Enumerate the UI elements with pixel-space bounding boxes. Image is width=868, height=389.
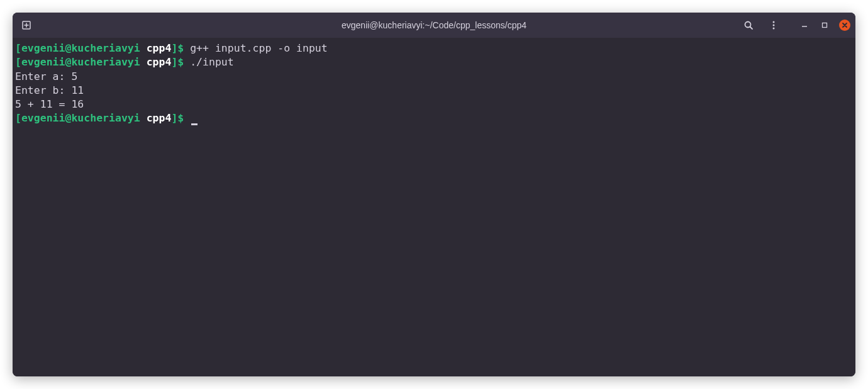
prompt-symbol: $	[177, 112, 190, 124]
output-line: Enter a: 5	[15, 70, 853, 84]
output-line: Enter b: 11	[15, 84, 853, 98]
prompt-symbol: $	[177, 56, 190, 68]
prompt-line: [evgenii@kucheriavyi cpp4]$ g++ input.cp…	[15, 42, 853, 55]
terminal-window: evgenii@kucheriavyi:~/Code/cpp_lessons/c…	[13, 13, 855, 376]
prompt-user-host: evgenii@kucheriavyi	[21, 56, 140, 68]
output-text: Enter b: 11	[15, 84, 84, 96]
prompt-line: [evgenii@kucheriavyi cpp4]$	[15, 111, 853, 125]
prompt-dir: cpp4	[147, 112, 172, 124]
svg-rect-5	[823, 23, 827, 28]
window-controls	[799, 20, 850, 31]
window-title: evgenii@kucheriavyi:~/Code/cpp_lessons/c…	[342, 20, 526, 30]
prompt-bracket: ]	[171, 42, 177, 54]
minimize-button[interactable]	[799, 20, 810, 31]
prompt-bracket: [	[15, 112, 21, 124]
cursor	[191, 123, 198, 125]
titlebar-controls	[741, 18, 850, 33]
maximize-button[interactable]	[819, 20, 830, 31]
prompt-dir: cpp4	[147, 56, 172, 68]
svg-point-3	[773, 25, 775, 26]
output-text: Enter a: 5	[15, 70, 77, 82]
prompt-user-host: evgenii@kucheriavyi	[21, 112, 140, 124]
svg-point-4	[773, 28, 775, 30]
menu-button[interactable]	[766, 18, 781, 33]
prompt-dir: cpp4	[147, 42, 172, 54]
prompt-bracket: [	[15, 42, 21, 54]
prompt-bracket: ]	[171, 112, 177, 124]
command-text: g++ input.cpp -o input	[190, 42, 328, 54]
prompt-symbol: $	[177, 42, 190, 54]
close-button[interactable]	[839, 20, 850, 31]
command-text: ./input	[190, 56, 234, 68]
terminal-body[interactable]: [evgenii@kucheriavyi cpp4]$ g++ input.cp…	[13, 38, 855, 376]
prompt-bracket: ]	[171, 56, 177, 68]
search-button[interactable]	[741, 18, 756, 33]
svg-point-2	[773, 21, 775, 23]
prompt-line: [evgenii@kucheriavyi cpp4]$ ./input	[15, 55, 853, 69]
prompt-bracket: [	[15, 56, 21, 68]
new-tab-button[interactable]	[18, 16, 35, 34]
window-titlebar: evgenii@kucheriavyi:~/Code/cpp_lessons/c…	[13, 13, 855, 38]
prompt-user-host: evgenii@kucheriavyi	[21, 42, 140, 54]
output-text: 5 + 11 = 16	[15, 98, 84, 110]
output-line: 5 + 11 = 16	[15, 98, 853, 111]
